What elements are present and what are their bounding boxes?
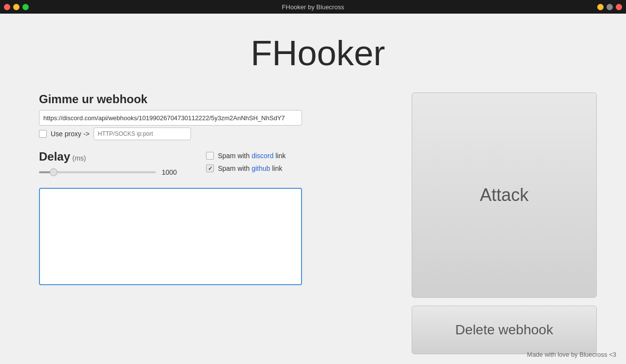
options-delay-row: Delay (ms) 1000 Spam with discord link <box>39 150 382 176</box>
spam-discord-label: Spam with discord link <box>218 152 285 160</box>
proxy-row: Use proxy -> <box>39 127 382 140</box>
app-title: FHooker <box>39 33 597 73</box>
webhook-input[interactable] <box>39 110 302 126</box>
left-panel: Gimme ur webhook Use proxy -> Delay (ms) <box>39 92 382 354</box>
delay-slider[interactable] <box>39 171 156 173</box>
main-content: FHooker Gimme ur webhook Use proxy -> De… <box>0 14 626 364</box>
attack-button-label: Attack <box>480 185 529 205</box>
delay-text: Delay <box>39 150 70 163</box>
maximize-button[interactable] <box>22 4 29 10</box>
spam-discord-checkbox[interactable] <box>206 152 214 160</box>
spam-section: Spam with discord link Spam with github … <box>206 152 285 172</box>
right-close-button[interactable] <box>616 4 622 10</box>
delay-unit: (ms) <box>73 154 86 162</box>
content-row: Gimme ur webhook Use proxy -> Delay (ms) <box>39 92 597 354</box>
delay-value: 1000 <box>162 168 177 176</box>
title-bar: FHooker by Bluecross <box>0 0 626 14</box>
right-panel: Attack Delete webhook <box>412 92 597 354</box>
webhook-label: Gimme ur webhook <box>39 92 382 106</box>
attack-button[interactable]: Attack <box>412 92 597 298</box>
window-title: FHooker by Bluecross <box>282 3 344 11</box>
spam-github-checkbox[interactable] <box>206 164 214 172</box>
footer-text: Made with love by Bluecross <3 <box>527 351 616 358</box>
window-controls-right <box>597 4 622 10</box>
proxy-label: Use proxy -> <box>51 130 90 138</box>
window-controls-left[interactable] <box>4 4 29 10</box>
spam-discord-row: Spam with discord link <box>206 152 285 160</box>
webhook-section: Gimme ur webhook Use proxy -> <box>39 92 382 140</box>
delay-section: Delay (ms) 1000 <box>39 150 177 176</box>
footer: Made with love by Bluecross <3 <box>527 351 616 358</box>
right-minimize-button[interactable] <box>597 4 604 10</box>
spam-github-row: Spam with github link <box>206 164 285 172</box>
proxy-checkbox[interactable] <box>39 130 47 138</box>
delay-row: 1000 <box>39 168 177 176</box>
message-textarea[interactable] <box>39 188 302 285</box>
delete-webhook-label: Delete webhook <box>455 322 553 338</box>
proxy-input[interactable] <box>94 127 191 140</box>
delay-label: Delay (ms) <box>39 150 177 164</box>
right-middle-button[interactable] <box>607 4 613 10</box>
close-button[interactable] <box>4 4 10 10</box>
spam-github-label: Spam with github link <box>218 164 282 172</box>
delete-webhook-button[interactable]: Delete webhook <box>412 306 597 354</box>
minimize-button[interactable] <box>13 4 19 10</box>
